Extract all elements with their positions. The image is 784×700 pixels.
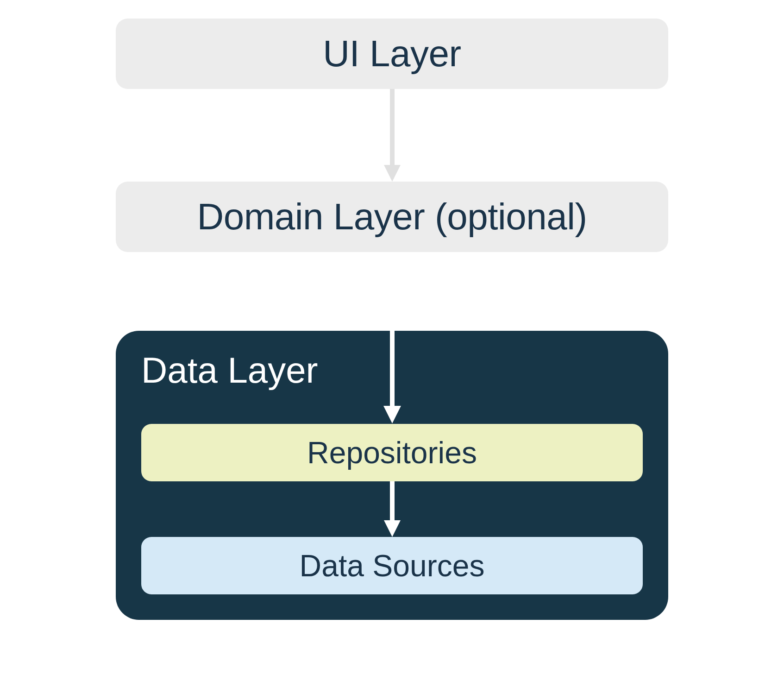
svg-marker-5 [384, 520, 401, 537]
data-sources-label: Data Sources [300, 549, 485, 583]
arrow-down-icon [382, 481, 402, 537]
ui-layer-box: UI Layer [116, 19, 668, 89]
arrow-repo-to-sources [141, 481, 643, 537]
data-layer-container: Data Layer Repositories Data Sources [116, 331, 668, 620]
data-sources-box: Data Sources [141, 537, 643, 594]
domain-layer-box: Domain Layer (optional) [116, 182, 668, 252]
arrow-down-icon [381, 252, 403, 423]
svg-marker-3 [383, 406, 401, 423]
repositories-label: Repositories [307, 435, 477, 470]
arrow-ui-to-domain [116, 89, 668, 182]
repositories-box: Repositories [141, 424, 643, 481]
ui-layer-label: UI Layer [323, 33, 461, 74]
arrow-down-icon [381, 89, 403, 182]
svg-marker-1 [384, 165, 401, 182]
domain-layer-label: Domain Layer (optional) [197, 196, 587, 237]
architecture-diagram: UI Layer Domain Layer (optional) Data La… [116, 19, 668, 620]
